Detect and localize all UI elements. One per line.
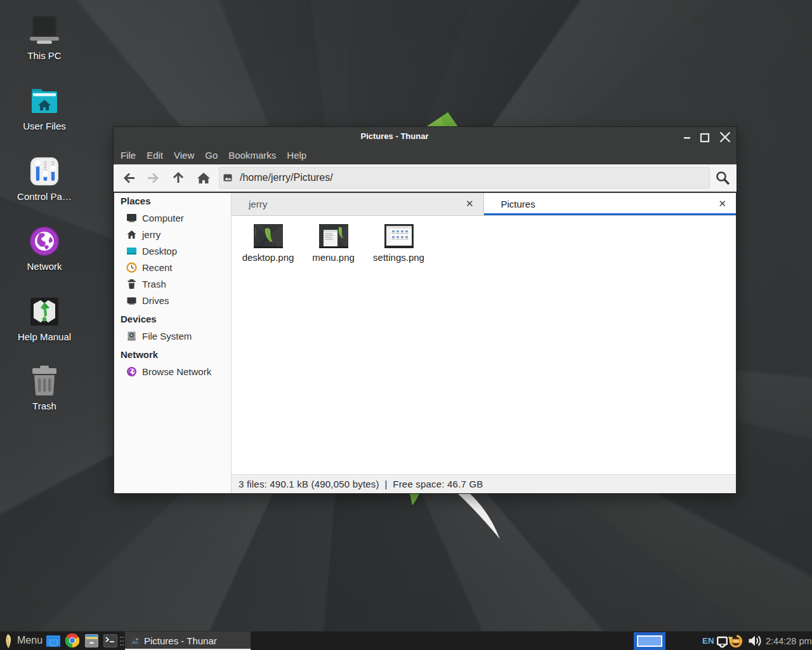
svg-text:EN: EN [702, 636, 714, 646]
svg-text:2:44:28 pm: 2:44:28 pm [766, 636, 812, 646]
